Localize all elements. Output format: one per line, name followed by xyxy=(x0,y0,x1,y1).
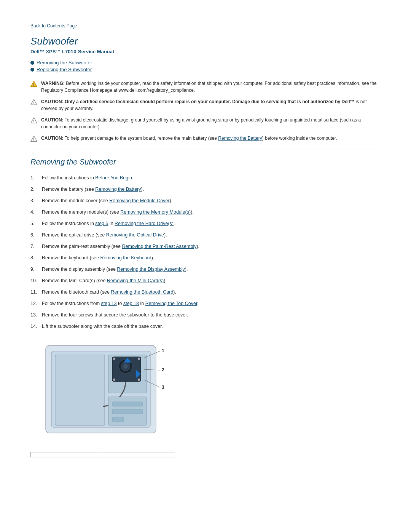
svg-text:!: ! xyxy=(33,82,34,86)
step-6: Remove the optical drive (see Removing t… xyxy=(30,231,381,239)
removing-hard-drives-link[interactable]: Removing the Hard Drive(s) xyxy=(115,221,174,226)
svg-text:!: ! xyxy=(33,137,34,141)
step-2: Remove the battery (see Removing the Bat… xyxy=(30,185,381,193)
caution-icon-3: ! xyxy=(30,135,37,142)
svg-text:3: 3 xyxy=(162,385,164,390)
step18-link[interactable]: step 18 xyxy=(123,301,139,306)
step-5: Follow the instructions in step 5 in Rem… xyxy=(30,220,381,227)
svg-text:!: ! xyxy=(33,101,34,105)
svg-rect-10 xyxy=(55,355,105,425)
svg-text:!: ! xyxy=(33,119,34,123)
diagram: 1 2 3 xyxy=(42,342,171,444)
laptop-diagram-svg: 1 2 3 xyxy=(42,342,171,444)
step-14: Lift the subwoofer along with the cable … xyxy=(30,323,381,330)
steps-list: Follow the instructions in Before You Be… xyxy=(30,174,381,330)
toc-list: Removing the Subwoofer Replacing the Sub… xyxy=(30,60,381,72)
step-11: Remove the bluetooth card (see Removing … xyxy=(30,288,381,296)
step-12: Follow the instructions from step 13 to … xyxy=(30,300,381,307)
caution-text-2: CAUTION: To avoid electrostatic discharg… xyxy=(41,117,381,130)
caution-icon-1: ! xyxy=(30,99,37,105)
step-8: Remove the keyboard (see Removing the Ke… xyxy=(30,254,381,262)
removing-mini-cards-link[interactable]: Removing the Mini-Card(s) xyxy=(107,278,164,283)
svg-point-17 xyxy=(138,358,140,360)
toc-link-replacing[interactable]: Replacing the Subwoofer xyxy=(37,67,92,72)
removing-top-cover-link[interactable]: Removing the Top Cover xyxy=(145,301,198,306)
prev-link[interactable] xyxy=(31,452,103,457)
svg-rect-31 xyxy=(112,417,124,422)
step-3: Remove the module cover (see Removing th… xyxy=(30,197,381,204)
back-to-contents-link[interactable]: Back to Contents Page xyxy=(30,23,77,29)
toc-bullet xyxy=(30,61,34,65)
removing-optical-drive-link[interactable]: Removing the Optical Drive xyxy=(106,232,164,238)
svg-rect-29 xyxy=(112,402,143,406)
step5-link[interactable]: step 5 xyxy=(95,221,108,226)
svg-point-15 xyxy=(123,364,128,369)
step-7: Remove the palm-rest assembly (see Remov… xyxy=(30,243,381,250)
removing-battery-link-1[interactable]: Removing the Battery xyxy=(95,187,141,192)
caution-text-3: CAUTION: To help prevent damage to the s… xyxy=(41,135,337,142)
warning-1: ! WARNING: Before working inside your co… xyxy=(30,80,381,94)
toc-item-replacing: Replacing the Subwoofer xyxy=(30,67,381,72)
page-title: Subwoofer xyxy=(30,35,381,47)
caution-2: ! CAUTION: To avoid electrostatic discha… xyxy=(30,117,381,130)
step13-link[interactable]: step 13 xyxy=(101,301,117,306)
toc-item-removing: Removing the Subwoofer xyxy=(30,60,381,66)
svg-text:1: 1 xyxy=(162,348,164,353)
svg-rect-30 xyxy=(112,409,143,414)
manual-title: Dell™ XPS™ L701X Service Manual xyxy=(30,49,381,54)
svg-point-16 xyxy=(113,358,115,360)
step-1: Follow the instructions in Before You Be… xyxy=(30,174,381,182)
removing-keyboard-link[interactable]: Removing the Keyboard xyxy=(100,255,151,260)
step-4: Remove the memory module(s) (see Removin… xyxy=(30,208,381,216)
removing-module-cover-link[interactable]: Removing the Module Cover xyxy=(109,198,169,203)
toc-link-removing[interactable]: Removing the Subwoofer xyxy=(37,60,92,66)
diagram-container: 1 2 3 xyxy=(30,342,381,444)
svg-point-19 xyxy=(138,379,140,381)
step-13: Remove the four screws that secure the s… xyxy=(30,311,381,319)
toc-bullet xyxy=(30,68,34,72)
removing-memory-modules-link[interactable]: Removing the Memory Module(s) xyxy=(120,209,191,215)
svg-point-18 xyxy=(113,379,115,381)
caution-text-1: CAUTION: Only a certified service techni… xyxy=(41,98,381,112)
warning-icon-1: ! xyxy=(30,80,37,87)
section-title: Removing the Subwoofer xyxy=(30,158,381,166)
caution-3: ! CAUTION: To help prevent damage to the… xyxy=(30,135,381,142)
warning-text-1: WARNING: Before working inside your comp… xyxy=(41,80,381,94)
next-link[interactable] xyxy=(103,452,175,457)
removing-palm-rest-link[interactable]: Removing the Palm-Rest Assembly xyxy=(122,244,197,249)
removing-bluetooth-link[interactable]: Removing the Bluetooth Card xyxy=(111,289,173,295)
step-10: Remove the Mini-Card(s) (see Removing th… xyxy=(30,277,381,284)
caution-1: ! CAUTION: Only a certified service tech… xyxy=(30,98,381,112)
battery-link-caution[interactable]: Removing the Battery xyxy=(218,136,262,141)
removing-display-assembly-link[interactable]: Removing the Display Assembly xyxy=(117,267,185,272)
caution-icon-2: ! xyxy=(30,117,37,124)
before-you-begin-link[interactable]: Before You Begin xyxy=(95,175,132,181)
divider xyxy=(30,150,381,150)
bottom-nav-table xyxy=(30,452,175,457)
svg-text:2: 2 xyxy=(162,367,164,372)
step-9: Remove the display assembly (see Removin… xyxy=(30,265,381,273)
bottom-nav xyxy=(30,452,381,457)
